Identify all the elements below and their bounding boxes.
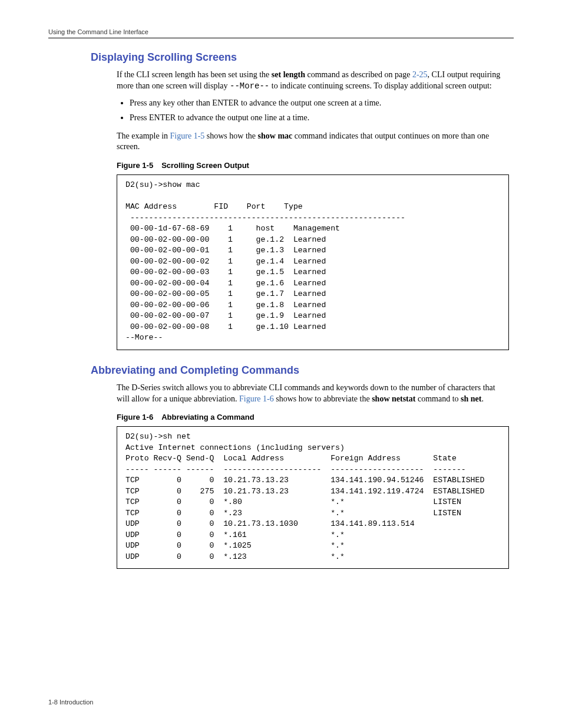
cli-row: UDP 0 0 *.161 *.* [125,531,345,539]
text: to indicate continuing screens. To displ… [269,81,491,90]
cli-prompt: D2(su)->sh net [125,432,191,441]
cli-row: 00-00-02-00-00-00 1 ge.1.2 Learned [125,235,326,244]
bullet-list: Press any key other than ENTER to advanc… [117,98,509,124]
bullet-item: Press any key other than ENTER to advanc… [130,98,509,109]
bold-show-mac: show mac [258,131,293,140]
para-2: The example in Figure 1-5 shows how the … [117,131,509,153]
xref-figure-1-5[interactable]: Figure 1-5 [170,131,205,140]
text: . [481,394,484,403]
figure-caption-1-6: Figure 1-6Abbreviating a Command [117,413,509,421]
cli-row: TCP 0 0 *.23 *.* LISTEN [125,509,461,518]
cli-header: Proto Recv-Q Send-Q Local Address Foreig… [125,454,457,463]
text: The example in [117,131,170,140]
cli-row: UDP 0 0 10.21.73.13.1030 134.141.89.113.… [125,519,415,528]
text: If the CLI screen length has been set us… [117,70,272,79]
section-heading-displaying-scrolling: Displaying Scrolling Screens [91,51,514,64]
cli-row: 00-00-02-00-00-01 1 ge.1.3 Learned [125,246,326,255]
bullet-item: Press ENTER to advance the output one li… [130,113,509,124]
cli-row: TCP 0 275 10.21.73.13.23 134.141.192.119… [125,487,484,496]
figure-label: Figure 1-5 [117,161,153,170]
section-body-2: The D-Series switch allows you to abbrev… [117,383,509,569]
running-head: Using the Command Line Interface [48,28,514,38]
text: shows how to abbreviate the [274,394,372,403]
cli-rule: ----------------------------------------… [125,213,405,222]
cli-prompt: D2(su)->show mac [125,180,200,189]
cli-row: UDP 0 0 *.1025 *.* [125,541,345,550]
xref-figure-1-6[interactable]: Figure 1-6 [239,394,274,403]
cli-row: 00-00-02-00-00-05 1 ge.1.7 Learned [125,289,326,298]
page-footer: 1-8 Introduction [48,699,93,706]
bold-set-length: set length [272,70,305,79]
section-body-1: If the CLI screen length has been set us… [117,70,509,350]
figure-caption-1-5: Figure 1-5Scrolling Screen Output [117,161,509,170]
cli-row: 00-00-02-00-00-02 1 ge.1.4 Learned [125,257,326,266]
cli-row: 00-00-1d-67-68-69 1 host Management [125,224,340,233]
para-1: If the CLI screen length has been set us… [117,70,509,92]
cli-more: --More-- [125,333,163,342]
inline-code-more: --More-- [230,81,269,91]
figure-title: Scrolling Screen Output [161,161,249,170]
cli-row: 00-00-02-00-00-07 1 ge.1.9 Learned [125,311,326,320]
figure-label: Figure 1-6 [117,413,153,421]
cli-row: TCP 0 0 10.21.73.13.23 134.141.190.94.51… [125,476,484,485]
cli-row: 00-00-02-00-00-04 1 ge.1.6 Learned [125,279,326,288]
cli-row: UDP 0 0 *.123 *.* [125,552,345,561]
cli-row: 00-00-02-00-00-03 1 ge.1.5 Learned [125,268,326,276]
cli-output-figure-1-6: D2(su)->sh net Active Internet connectio… [117,426,509,569]
section-heading-abbreviating: Abbreviating and Completing Commands [91,364,514,377]
text: command to [415,394,461,403]
para-3: The D-Series switch allows you to abbrev… [117,383,509,405]
cli-rule: ----- ------ ------ --------------------… [125,465,466,474]
xref-page-2-25[interactable]: 2-25 [412,70,428,79]
cli-row: 00-00-02-00-00-06 1 ge.1.8 Learned [125,301,326,309]
cli-line: Active Internet connections (including s… [125,443,345,452]
bold-sh-net: sh net [461,394,481,403]
text: shows how the [204,131,257,140]
bold-show-netstat: show netstat [372,394,415,403]
cli-header: MAC Address FID Port Type [125,202,303,211]
cli-row: TCP 0 0 *.80 *.* LISTEN [125,498,461,506]
cli-row: 00-00-02-00-00-08 1 ge.1.10 Learned [125,322,326,331]
cli-output-figure-1-5: D2(su)->show mac MAC Address FID Port Ty… [117,174,509,350]
text: command as described on page [305,70,412,79]
figure-title: Abbreviating a Command [161,413,254,421]
